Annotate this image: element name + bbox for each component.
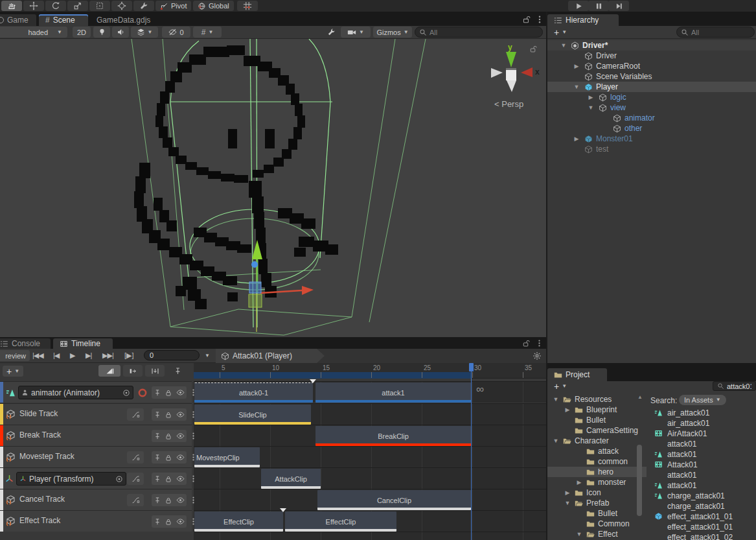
ripple-mode-button[interactable]	[123, 365, 143, 377]
hierarchy-item[interactable]: other	[547, 123, 756, 134]
project-search-input[interactable]	[727, 382, 751, 390]
track-lane-movestep[interactable]: MovestepClip	[194, 446, 546, 467]
clip-cancel[interactable]: CancelClip	[317, 490, 471, 510]
viewport-lock-icon[interactable]	[529, 45, 538, 53]
move-tool-button[interactable]	[23, 1, 44, 11]
timeline-ruler[interactable]: 5 10 15 20 25 30 35	[194, 363, 546, 379]
eye-icon[interactable]	[176, 517, 185, 526]
global-toggle-button[interactable]: Global	[193, 1, 234, 11]
lock-icon[interactable]	[165, 518, 172, 526]
lock-icon[interactable]	[165, 389, 172, 397]
eye-icon[interactable]	[176, 453, 185, 462]
grid-visibility-button[interactable]: #▼	[193, 27, 222, 38]
lock-icon[interactable]	[165, 454, 172, 462]
track-header-animator[interactable]: animator (Animator)	[0, 381, 192, 403]
tree-item[interactable]: ▼Character	[547, 436, 647, 446]
track-menu-icon[interactable]	[189, 475, 198, 483]
preview-toggle-button[interactable]: review	[0, 350, 30, 361]
scene-visibility-button[interactable]: 0	[162, 27, 190, 38]
clip-marker[interactable]	[310, 379, 316, 383]
object-picker-icon[interactable]	[122, 389, 130, 397]
search-scope-dropdown[interactable]: In Assets▼	[679, 395, 726, 405]
goto-end-button[interactable]: ▶▶|	[102, 351, 113, 360]
track-header-cancel[interactable]: Cancel Track	[0, 489, 192, 510]
scene-tools-button[interactable]	[323, 27, 339, 38]
audio-toggle-button[interactable]	[112, 27, 129, 38]
expand-arrow[interactable]: ▶	[573, 135, 580, 142]
tab-console[interactable]: Console	[0, 338, 51, 349]
curves-button[interactable]	[127, 494, 144, 506]
track-menu-icon[interactable]	[189, 388, 198, 397]
expand-arrow[interactable]: ▼	[573, 84, 580, 90]
playhead-handle[interactable]	[469, 363, 474, 371]
play-range-button[interactable]: [▶]	[124, 351, 134, 360]
panel-menu-icon[interactable]	[535, 339, 544, 347]
marker-pin-icon[interactable]	[174, 367, 182, 375]
track-lane-break[interactable]: BreakClip	[194, 425, 546, 446]
expand-arrow[interactable]: ▼	[553, 438, 559, 444]
shading-dropdown[interactable]: haded▼	[0, 27, 67, 38]
next-frame-button[interactable]: ▶|	[86, 351, 91, 360]
pin-icon[interactable]	[154, 432, 161, 440]
hierarchy-item[interactable]: animator	[547, 113, 756, 123]
curves-button[interactable]	[127, 408, 144, 421]
timeline-breadcrumb[interactable]: Attack01 (Player)	[216, 349, 325, 363]
track-menu-icon[interactable]	[189, 432, 198, 440]
tab-gamedata[interactable]: GameData.gdjs	[90, 14, 161, 26]
expand-arrow[interactable]: ▼	[576, 531, 582, 537]
2d-toggle-button[interactable]: 2D	[73, 27, 91, 38]
clip-effect-1[interactable]: EffectClip	[194, 511, 283, 532]
lock-icon[interactable]	[165, 497, 172, 504]
mix-mode-button[interactable]	[98, 365, 120, 377]
gizmos-dropdown[interactable]: Gizmos▼	[373, 27, 412, 38]
pivot-toggle-button[interactable]: Pivot	[155, 1, 191, 11]
tab-scene[interactable]: #Scene	[39, 14, 88, 26]
curves-button[interactable]	[127, 451, 144, 464]
pin-icon[interactable]	[154, 454, 161, 462]
lock-icon[interactable]	[165, 475, 172, 483]
timeline-settings-icon[interactable]	[533, 351, 542, 360]
panel-menu-icon[interactable]	[535, 15, 544, 24]
tree-item[interactable]: attack	[547, 446, 647, 456]
tab-game[interactable]: Game	[0, 14, 36, 26]
expand-arrow[interactable]: ▼	[588, 104, 594, 111]
grid-snap-button[interactable]	[237, 1, 258, 11]
hierarchy-item[interactable]: test	[547, 144, 756, 154]
hierarchy-item[interactable]: ▶CameraRoot	[547, 61, 756, 71]
clip-attack[interactable]: AttackClip	[261, 469, 321, 489]
clip-movestep[interactable]: MovestepClip	[194, 447, 260, 467]
track-header-break[interactable]: Break Track	[0, 425, 192, 446]
tree-item[interactable]: ▼Prefab	[547, 498, 647, 508]
rect-tool-button[interactable]	[89, 1, 110, 11]
clip-break[interactable]: BreakClip	[315, 426, 471, 446]
record-button[interactable]	[137, 388, 148, 398]
lock-icon[interactable]	[165, 432, 172, 440]
track-lane-effect[interactable]: EffectClip EffectClip	[194, 510, 546, 532]
perspective-toggle[interactable]: < Persp	[494, 99, 523, 109]
tree-item[interactable]: ▶Blueprint	[547, 405, 647, 415]
scroll-up-arrow[interactable]: ▲	[637, 394, 643, 400]
hierarchy-item-selected[interactable]: ▼Player	[547, 82, 756, 92]
scene-search-field[interactable]	[415, 27, 543, 38]
replace-mode-button[interactable]	[145, 365, 165, 377]
tree-item[interactable]: common	[547, 456, 647, 467]
eye-icon[interactable]	[176, 496, 185, 504]
play-button[interactable]	[568, 1, 589, 11]
track-lane-slide[interactable]: SlideClip	[194, 403, 546, 425]
tree-item[interactable]: ▼Resources	[547, 394, 647, 405]
expand-arrow[interactable]: ▶	[564, 489, 571, 496]
goto-start-button[interactable]: |◀◀	[32, 351, 43, 360]
step-button[interactable]	[608, 1, 629, 11]
hierarchy-item-scene[interactable]: ▼Driver*	[547, 40, 756, 51]
animator-object-field[interactable]: animator (Animator)	[18, 386, 133, 399]
add-track-button[interactable]: +▼	[3, 366, 23, 377]
eye-icon[interactable]	[176, 432, 185, 440]
tree-scrollbar[interactable]	[637, 445, 642, 516]
tab-hierarchy[interactable]: Hierarchy	[547, 14, 619, 26]
hierarchy-search-input[interactable]	[691, 29, 750, 36]
track-menu-icon[interactable]	[189, 517, 198, 526]
project-add-button[interactable]: +▼	[550, 381, 571, 391]
clip-slide[interactable]: SlideClip	[194, 405, 311, 425]
expand-arrow[interactable]: ▶	[573, 63, 580, 69]
scene-viewport[interactable]: y x < Persp	[0, 39, 546, 337]
